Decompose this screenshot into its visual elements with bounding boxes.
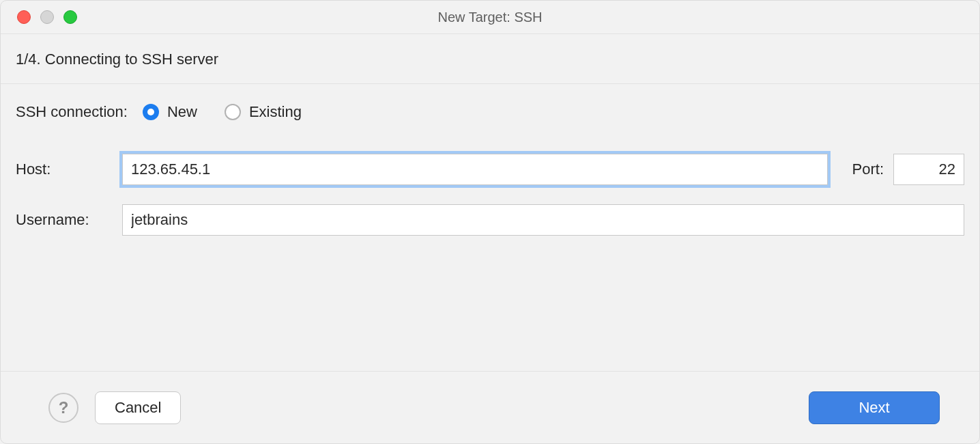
username-label: Username: [16, 211, 122, 229]
window-title: New Target: SSH [1, 10, 979, 25]
radio-icon [143, 104, 159, 120]
ssh-connection-row: SSH connection: New Existing [16, 103, 964, 121]
next-button[interactable]: Next [809, 391, 940, 424]
host-row: Host: Port: [16, 154, 964, 185]
radio-existing[interactable]: Existing [225, 103, 302, 121]
step-heading: 1/4. Connecting to SSH server [1, 34, 979, 84]
help-icon: ? [59, 398, 69, 417]
zoom-icon[interactable] [63, 10, 77, 24]
radio-icon [225, 104, 241, 120]
ssh-connection-label: SSH connection: [16, 103, 128, 121]
close-icon[interactable] [17, 10, 31, 24]
dialog-footer: ? Cancel Next [1, 371, 979, 443]
dialog-window: New Target: SSH 1/4. Connecting to SSH s… [0, 0, 980, 444]
port-input[interactable] [893, 154, 964, 185]
window-controls [17, 10, 77, 24]
username-row: Username: [16, 204, 964, 236]
form-content: SSH connection: New Existing Host: Port:… [1, 84, 979, 236]
radio-new[interactable]: New [143, 103, 197, 121]
cancel-button[interactable]: Cancel [95, 391, 181, 424]
radio-existing-label: Existing [249, 103, 302, 121]
host-input[interactable] [122, 154, 828, 185]
ssh-connection-radio-group: New Existing [143, 103, 302, 121]
radio-new-label: New [167, 103, 197, 121]
help-button[interactable]: ? [48, 393, 78, 423]
next-button-label: Next [859, 399, 889, 417]
titlebar: New Target: SSH [1, 1, 979, 34]
host-label: Host: [16, 161, 122, 178]
minimize-icon [40, 10, 54, 24]
username-input[interactable] [122, 204, 964, 236]
cancel-button-label: Cancel [115, 399, 161, 417]
port-label: Port: [852, 161, 884, 178]
